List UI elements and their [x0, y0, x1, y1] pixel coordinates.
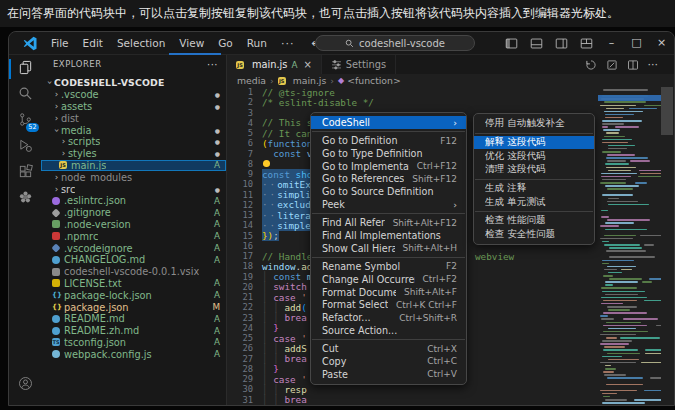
ctx-copy[interactable]: CopyCtrl+C	[311, 355, 466, 368]
tree-item-.eslintrc.json[interactable]: .eslintrc.jsonA	[41, 195, 226, 207]
activitybar-explorer[interactable]	[9, 57, 41, 81]
sub--[interactable]: 检查 性能问题	[474, 214, 594, 228]
tree-item-package-lock.json[interactable]: {}package-lock.jsonA	[41, 289, 226, 301]
ctx-rename-symbol[interactable]: Rename SymbolF2	[311, 260, 466, 273]
code-line-30[interactable]: 30│ │ resp	[227, 384, 660, 394]
ctx-change-all-occurrences[interactable]: Change All OccurrencesCtrl+F2	[311, 273, 466, 286]
toggle-primary-sidebar-icon[interactable]	[505, 37, 518, 50]
tree-item-media[interactable]: ›media●	[41, 124, 226, 136]
code-line-2[interactable]: 2/* eslint-disable */	[227, 97, 660, 107]
menu-item-shortcut: Shift+F12	[412, 174, 457, 184]
tree-item-.vscode[interactable]: ›.vscode●	[41, 89, 226, 101]
sub--[interactable]: 停用 自动触发补全	[474, 117, 594, 131]
tree-item-.gitignore[interactable]: .gitignoreA	[41, 207, 226, 219]
file-label: main.js	[71, 160, 106, 171]
close-button[interactable]: ×	[649, 32, 674, 54]
tree-item-package.json[interactable]: {}package.jsonM	[41, 301, 226, 313]
menu-selection[interactable]: Selection	[110, 32, 172, 54]
menu-edit[interactable]: Edit	[76, 32, 110, 54]
toggle-panel-icon[interactable]	[530, 37, 543, 50]
tree-item-assets[interactable]: ›assets●	[41, 101, 226, 113]
breadcrumb-item-2[interactable]: JSmain.js	[278, 75, 327, 86]
tree-item-.vscodeignore[interactable]: .vscodeignoreA	[41, 242, 226, 254]
menu-run[interactable]: Run	[240, 32, 274, 54]
breadcrumb-item-3[interactable]: ◆<function>	[338, 75, 401, 86]
tab-settings[interactable]: Settings	[322, 55, 396, 74]
tree-item-.node-version[interactable]: .node-versionA	[41, 219, 226, 231]
activitybar-source-control[interactable]: 52	[9, 109, 41, 133]
tree-item-scripts[interactable]: ›scripts●	[41, 136, 226, 148]
menu-view[interactable]: View	[172, 32, 211, 54]
split-editor-icon[interactable]	[627, 59, 639, 71]
minimap-line	[600, 343, 628, 345]
menubar-overflow-icon[interactable]: ···	[274, 37, 302, 50]
ctx-source-action-[interactable]: Source Action...	[311, 324, 466, 337]
symbol-function-icon: ◆	[338, 76, 344, 85]
minimap-line	[602, 260, 633, 262]
tree-item-readme.md[interactable]: README.mdA	[41, 313, 226, 325]
tree-item-tsconfig.json[interactable]: TStsconfig.jsonA	[41, 337, 226, 349]
activitybar-search[interactable]	[9, 83, 41, 107]
toggle-secondary-sidebar-icon[interactable]	[555, 37, 568, 50]
activitybar-extensions[interactable]	[9, 161, 41, 185]
open-changes-icon[interactable]	[606, 59, 618, 71]
tree-item-.npmrc[interactable]: .npmrcA	[41, 230, 226, 242]
breadcrumb-item-1[interactable]: media	[237, 75, 266, 86]
ctx-find-all-references[interactable]: Find All ReferencesShift+Alt+F12	[311, 216, 466, 229]
sub--[interactable]: 生成 注释	[474, 182, 594, 196]
activitybar-codeshell[interactable]	[9, 187, 41, 211]
ctx-refactor-[interactable]: Refactor...Ctrl+Shift+R	[311, 311, 466, 324]
maximize-button[interactable]: □	[624, 32, 649, 54]
tree-item-main.js[interactable]: JSmain.jsA	[41, 160, 226, 172]
tab-main-js[interactable]: JSmain.jsA×	[227, 55, 322, 74]
ctx-format-document[interactable]: Format DocumentShift+Alt+F	[311, 286, 466, 299]
tree-item-codeshell-vscode-0.0.1.vsix[interactable]: codeshell-vscode-0.0.1.vsix	[41, 266, 226, 278]
ctx-codeshell[interactable]: CodeShell›	[311, 116, 466, 129]
ctx-find-all-implementations[interactable]: Find All Implementations	[311, 229, 466, 242]
activitybar-run-debug[interactable]	[9, 135, 41, 159]
activitybar-account[interactable]	[9, 373, 41, 397]
ctx-go-to-source-definition[interactable]: Go to Source Definition	[311, 185, 466, 198]
ctx-go-to-definition[interactable]: Go to DefinitionF12	[311, 134, 466, 147]
menu-file[interactable]: File	[44, 32, 76, 54]
customize-layout-icon[interactable]	[580, 37, 593, 50]
ctx-show-call-hierarchy[interactable]: Show Call HierarchyShift+Alt+H	[311, 242, 466, 255]
minimap[interactable]	[598, 87, 661, 405]
ctx-format-selection[interactable]: Format SelectionCtrl+K Ctrl+F	[311, 298, 466, 311]
tree-item-dist[interactable]: ›dist	[41, 112, 226, 124]
ctx-peek[interactable]: Peek›	[311, 198, 466, 211]
minimize-button[interactable]: –	[599, 32, 624, 54]
tree-item-license.txt[interactable]: LICENSE.txtA	[41, 278, 226, 290]
tree-item-src[interactable]: ›src●	[41, 183, 226, 195]
minimap-line	[606, 157, 648, 159]
ctx-paste[interactable]: PasteCtrl+V	[311, 368, 466, 381]
tree-item-readme.zh.md[interactable]: README.zh.mdA	[41, 325, 226, 337]
ctx-cut[interactable]: CutCtrl+X	[311, 342, 466, 355]
tree-item-styles[interactable]: ›styles●	[41, 148, 226, 160]
minimap-line	[602, 393, 616, 395]
lightbulb-icon[interactable]	[263, 160, 270, 167]
ctx-go-to-implementations[interactable]: Go to ImplementationsCtrl+F12	[311, 160, 466, 173]
code-line-31[interactable]: 31│ │ brea	[227, 395, 660, 405]
ctx-go-to-references[interactable]: Go to ReferencesShift+F12	[311, 173, 466, 186]
code-line-1[interactable]: 1// @ts-ignore	[227, 87, 660, 97]
menu-separator	[312, 339, 465, 340]
sub--[interactable]: 检查 安全性问题	[474, 228, 594, 242]
scrollbar-thumb[interactable]	[661, 87, 673, 135]
command-center-search[interactable]: codeshell-vscode	[315, 35, 475, 51]
ctx-go-to-type-definition[interactable]: Go to Type Definition	[311, 147, 466, 160]
minimap-line	[605, 281, 637, 283]
more-actions-icon[interactable]: ···	[648, 58, 659, 71]
sub--[interactable]: 优化 这段代码	[474, 149, 594, 163]
tab-close-icon[interactable]: ×	[303, 59, 311, 70]
tree-item-webpack.config.js[interactable]: webpack.config.jsA	[41, 348, 226, 360]
history-icon[interactable]	[585, 59, 597, 71]
explorer-more-actions-icon[interactable]: ···	[207, 59, 218, 70]
sub--[interactable]: 清理 这段代码	[474, 163, 594, 177]
tree-root-codeshell-vscode[interactable]: ›CODESHELL-VSCODE	[41, 77, 226, 89]
sub--[interactable]: 生成 单元测试	[474, 195, 594, 209]
sub--[interactable]: 解释 这段代码	[474, 136, 594, 150]
tree-item-changelog.md[interactable]: CHANGELOG.mdA	[41, 254, 226, 266]
tree-item-node_modules[interactable]: ›node_modules	[41, 171, 226, 183]
menu-go[interactable]: Go	[211, 32, 240, 54]
